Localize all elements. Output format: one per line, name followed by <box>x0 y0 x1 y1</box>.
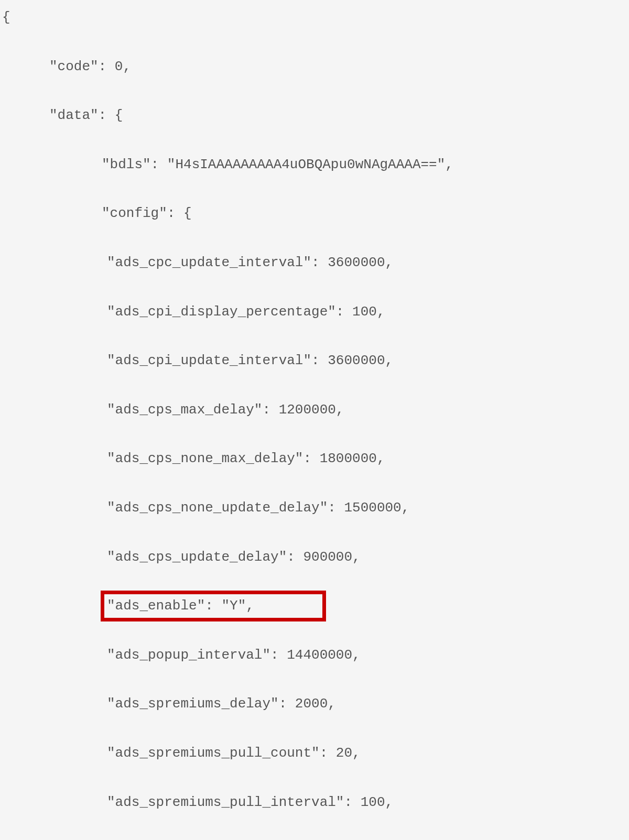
code-line: "ads_cps_none_max_delay": 1800000, <box>2 446 627 471</box>
json-code-block: { "code": 0, "data": { "bdls": "H4sIAAAA… <box>0 0 629 840</box>
code-line: "config": { <box>2 201 627 226</box>
code-line: "ads_cpc_update_interval": 3600000, <box>2 250 627 275</box>
code-line-highlighted: "ads_enable": "Y", <box>2 594 627 618</box>
code-line: "ads_popup_interval": 14400000, <box>2 643 627 668</box>
code-line: "ads_cpi_update_interval": 3600000, <box>2 348 627 373</box>
code-line: "ads_cps_max_delay": 1200000, <box>2 398 627 422</box>
code-line: "ads_cps_update_delay": 900000, <box>2 545 627 570</box>
code-line: "ads_spremiums_pull_interval": 100, <box>2 790 627 815</box>
code-line: "ads_cps_none_update_delay": 1500000, <box>2 496 627 520</box>
code-line: "ads_spremiums_pull_count": 20, <box>2 741 627 766</box>
highlight-box: "ads_enable": "Y", <box>107 594 320 618</box>
code-line: "ads_spremiums_delay": 2000, <box>2 692 627 716</box>
code-text: "ads_enable": "Y", <box>107 598 254 614</box>
code-line: "ads_cpi_display_percentage": 100, <box>2 300 627 324</box>
code-line: "data": { <box>2 103 627 128</box>
code-line: "bdls": "H4sIAAAAAAAAA4uOBQApu0wNAgAAAA=… <box>2 152 627 177</box>
code-line: { <box>2 5 627 30</box>
code-line: "code": 0, <box>2 54 627 79</box>
